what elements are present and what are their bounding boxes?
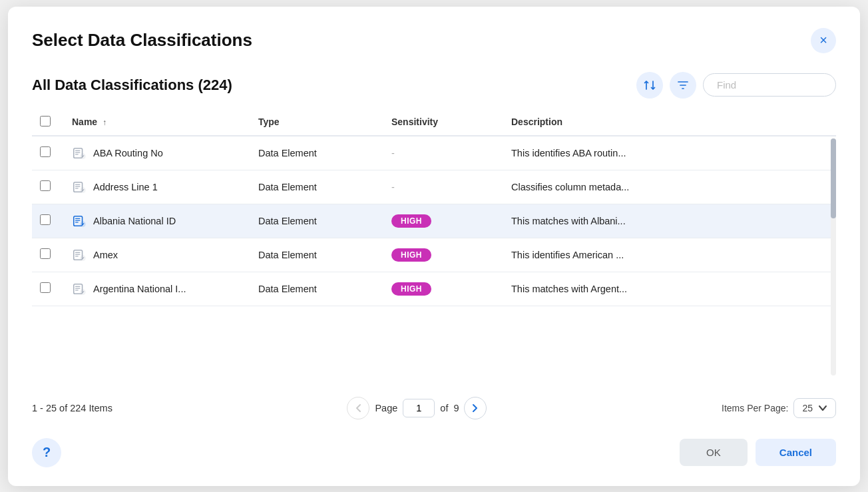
- row-type-cell: Data Element: [250, 204, 383, 238]
- row-name: ABA Routing No: [93, 148, 163, 158]
- row-name-cell: Amex: [64, 238, 250, 272]
- row-sensitivity-cell: HIGH: [383, 204, 503, 238]
- row-checkbox-cell: [32, 170, 64, 204]
- row-name: Argentina National I...: [93, 284, 186, 294]
- items-per-page-control: Items Per Page: 25: [722, 398, 836, 418]
- ipp-value: 25: [802, 403, 813, 413]
- scrollbar-track: [831, 138, 836, 375]
- items-per-page-select[interactable]: 25: [793, 398, 836, 418]
- row-type-cell: Data Element: [250, 238, 383, 272]
- sensitivity-badge: HIGH: [391, 282, 431, 296]
- table-row: Albania National ID Data Element HIGH Th…: [32, 204, 836, 238]
- next-page-button[interactable]: [464, 397, 487, 419]
- row-type-icon: [72, 248, 87, 262]
- ok-button[interactable]: OK: [680, 439, 748, 466]
- toolbar-right: [636, 72, 836, 99]
- cancel-button[interactable]: Cancel: [756, 439, 836, 466]
- col-header-name[interactable]: Name ↑: [64, 109, 250, 136]
- row-checkbox-cell: [32, 238, 64, 272]
- prev-page-button[interactable]: [347, 397, 369, 419]
- row-name-cell: ABA Routing No: [64, 136, 250, 170]
- row-type-icon: [72, 282, 87, 296]
- table-row: Address Line 1 Data Element - Classifies…: [32, 170, 836, 204]
- sensitivity-dash: -: [391, 182, 395, 192]
- col-header-check: [32, 109, 64, 136]
- section-title: All Data Classifications (224): [32, 77, 232, 94]
- row-sensitivity-cell: -: [383, 170, 503, 204]
- row-checkbox[interactable]: [40, 248, 51, 259]
- row-type-icon: [72, 146, 87, 160]
- row-sensitivity-cell: HIGH: [383, 272, 503, 306]
- row-checkbox[interactable]: [40, 214, 51, 225]
- find-input[interactable]: [703, 73, 836, 97]
- row-name: Albania National ID: [93, 216, 176, 226]
- row-checkbox[interactable]: [40, 282, 51, 293]
- row-name-cell: Address Line 1: [64, 170, 250, 204]
- items-per-page-label: Items Per Page:: [722, 403, 788, 413]
- row-name: Address Line 1: [93, 182, 158, 192]
- pagination-range: 1 - 25 of 224 Items: [32, 403, 112, 413]
- row-sensitivity-cell: -: [383, 136, 503, 170]
- row-sensitivity-cell: HIGH: [383, 238, 503, 272]
- toolbar: All Data Classifications (224): [32, 72, 836, 99]
- row-type-cell: Data Element: [250, 136, 383, 170]
- row-checkbox-cell: [32, 272, 64, 306]
- row-checkbox-cell: [32, 136, 64, 170]
- row-name-cell: Albania National ID: [64, 204, 250, 238]
- sensitivity-badge: HIGH: [391, 214, 431, 228]
- table-row: ABA Routing No Data Element - This ident…: [32, 136, 836, 170]
- col-header-description: Description: [503, 109, 836, 136]
- row-description-cell: This matches with Albani...: [503, 204, 836, 238]
- row-description-cell: This matches with Argent...: [503, 272, 836, 306]
- col-header-type: Type: [250, 109, 383, 136]
- footer-actions: OK Cancel: [680, 439, 836, 466]
- row-description-cell: This identifies ABA routin...: [503, 136, 836, 170]
- name-sort-icon: ↑: [103, 118, 107, 127]
- row-checkbox-cell: [32, 204, 64, 238]
- sort-button[interactable]: [636, 72, 663, 99]
- scrollbar-thumb: [831, 138, 836, 218]
- sensitivity-badge: HIGH: [391, 248, 431, 262]
- row-description-cell: Classifies column metada...: [503, 170, 836, 204]
- pagination-controls: Page of 9: [347, 397, 487, 419]
- help-button[interactable]: ?: [32, 438, 61, 467]
- total-pages: 9: [453, 403, 459, 413]
- data-table-container: Name ↑ Type Sensitivity Description: [32, 109, 836, 375]
- of-label: of: [440, 403, 448, 413]
- row-name: Amex: [93, 250, 118, 260]
- row-description-cell: This identifies American ...: [503, 238, 836, 272]
- select-all-checkbox[interactable]: [40, 116, 51, 126]
- dialog-footer: ? OK Cancel: [32, 438, 836, 467]
- sensitivity-dash: -: [391, 148, 395, 158]
- close-button[interactable]: ×: [811, 28, 836, 53]
- data-table: Name ↑ Type Sensitivity Description: [32, 109, 836, 306]
- table-row: Amex Data Element HIGH This identifies A…: [32, 238, 836, 272]
- pagination-bar: 1 - 25 of 224 Items Page of 9 Items Per …: [32, 389, 836, 419]
- table-row: Argentina National I... Data Element HIG…: [32, 272, 836, 306]
- row-type-icon: [72, 180, 87, 194]
- row-type-cell: Data Element: [250, 170, 383, 204]
- dialog-header: Select Data Classifications ×: [32, 28, 836, 53]
- page-number-input[interactable]: [403, 399, 435, 417]
- row-checkbox[interactable]: [40, 180, 51, 191]
- row-type-cell: Data Element: [250, 272, 383, 306]
- row-type-icon: [72, 214, 87, 228]
- page-label: Page: [375, 403, 397, 413]
- filter-button[interactable]: [670, 72, 696, 99]
- col-header-sensitivity: Sensitivity: [383, 109, 503, 136]
- select-data-classifications-dialog: Select Data Classifications × All Data C…: [8, 7, 860, 486]
- row-name-cell: Argentina National I...: [64, 272, 250, 306]
- dialog-title: Select Data Classifications: [32, 30, 252, 51]
- row-checkbox[interactable]: [40, 146, 51, 157]
